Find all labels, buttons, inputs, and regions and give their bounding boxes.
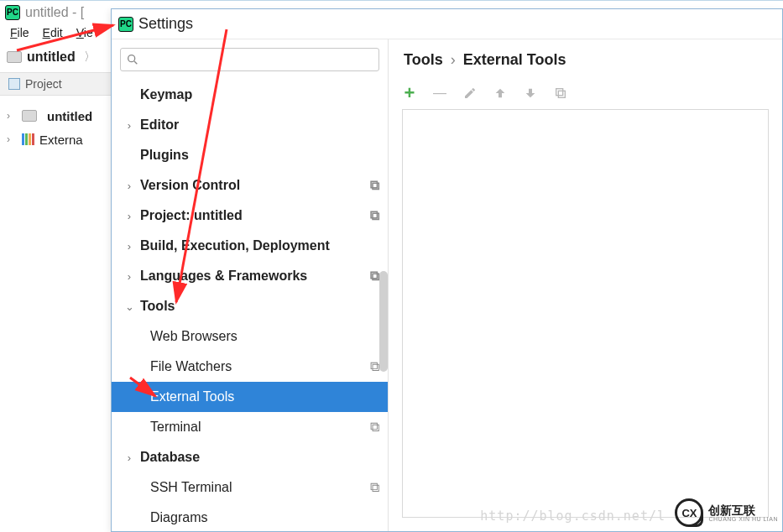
add-button[interactable]: + xyxy=(402,86,417,101)
settings-node-web-browsers[interactable]: Web Browsers xyxy=(112,321,388,352)
settings-node-plugins[interactable]: ›Plugins xyxy=(112,140,388,170)
move-up-button[interactable] xyxy=(493,86,508,101)
external-tools-toolbar: + — xyxy=(389,81,782,109)
folder-icon xyxy=(22,110,37,122)
edit-button[interactable] xyxy=(462,86,478,101)
tree-item-label: untitled xyxy=(47,109,92,123)
search-icon xyxy=(126,53,139,66)
ide-title: untitled - [ xyxy=(25,5,84,20)
folder-icon xyxy=(7,51,22,63)
move-down-button[interactable] xyxy=(523,86,538,101)
settings-node-terminal[interactable]: Terminal⧉ xyxy=(112,412,388,442)
pycharm-icon: PC xyxy=(118,17,133,32)
breadcrumb-root[interactable]: untitled xyxy=(27,50,76,65)
tree-item-label: Externa xyxy=(39,133,83,147)
crumb-root: Tools xyxy=(404,51,443,68)
crumb-leaf: External Tools xyxy=(463,51,566,68)
copy-icon: ⧉ xyxy=(370,269,379,284)
settings-content: Tools › External Tools + — xyxy=(389,39,782,531)
menu-edit[interactable]: Edit xyxy=(38,26,68,39)
settings-node-diagrams[interactable]: Diagrams xyxy=(112,503,388,531)
chevron-down-icon: ⌄ xyxy=(118,300,140,313)
settings-dialog: PC Settings ›Keymap ›Editor ›Plugins ›Ve… xyxy=(111,8,783,532)
settings-node-database[interactable]: ›Database xyxy=(112,442,388,472)
dialog-titlebar[interactable]: PC Settings xyxy=(112,9,782,39)
settings-node-editor[interactable]: ›Editor xyxy=(112,110,388,140)
dialog-title: Settings xyxy=(138,15,193,33)
remove-button[interactable]: — xyxy=(432,86,447,101)
copy-button[interactable] xyxy=(553,86,568,101)
settings-breadcrumb: Tools › External Tools xyxy=(389,39,782,81)
libraries-icon xyxy=(22,133,34,145)
copy-icon: ⧉ xyxy=(370,480,379,495)
project-tab-label: Project xyxy=(25,77,62,91)
watermark-text: http://blog.csdn.net/l xyxy=(480,509,666,524)
copy-icon: ⧉ xyxy=(370,178,379,193)
pycharm-icon: PC xyxy=(5,5,20,20)
chevron-right-icon: › xyxy=(7,133,17,145)
external-tools-list[interactable] xyxy=(402,109,769,518)
svg-rect-2 xyxy=(558,91,565,97)
chevron-right-icon: › xyxy=(451,51,456,68)
settings-node-external-tools[interactable]: External Tools xyxy=(112,382,388,412)
chevron-right-icon: 〉 xyxy=(84,50,96,65)
copy-icon: ⧉ xyxy=(370,420,379,435)
svg-rect-3 xyxy=(556,89,563,96)
brand-logo-icon: CX xyxy=(675,498,703,527)
brand-badge: CX 创新互联 CHUANG XIN HU LIAN xyxy=(675,498,778,527)
menu-file[interactable]: FFileile xyxy=(5,26,34,39)
brand-subtitle: CHUANG XIN HU LIAN xyxy=(708,516,778,522)
settings-node-project[interactable]: ›Project: untitled⧉ xyxy=(112,201,388,231)
settings-node-tools[interactable]: ⌄Tools xyxy=(112,291,388,321)
copy-icon: ⧉ xyxy=(370,359,379,374)
chevron-right-icon: › xyxy=(7,110,17,122)
settings-tree[interactable]: ›Keymap ›Editor ›Plugins ›Version Contro… xyxy=(112,76,388,531)
brand-name: 创新互联 xyxy=(708,504,778,516)
search-input[interactable] xyxy=(120,48,379,71)
menu-view[interactable]: Vie xyxy=(71,26,98,39)
settings-node-keymap[interactable]: ›Keymap xyxy=(112,80,388,110)
settings-node-version-control[interactable]: ›Version Control⧉ xyxy=(112,170,388,201)
project-icon xyxy=(8,78,20,90)
svg-line-1 xyxy=(134,61,137,64)
settings-node-file-watchers[interactable]: File Watchers⧉ xyxy=(112,352,388,382)
copy-icon: ⧉ xyxy=(370,208,379,223)
svg-point-0 xyxy=(128,55,135,62)
settings-node-languages[interactable]: ›Languages & Frameworks⧉ xyxy=(112,261,388,291)
settings-node-build[interactable]: ›Build, Execution, Deployment xyxy=(112,231,388,261)
settings-node-ssh-terminal[interactable]: SSH Terminal⧉ xyxy=(112,472,388,503)
settings-sidebar: ›Keymap ›Editor ›Plugins ›Version Contro… xyxy=(112,39,389,531)
scrollbar[interactable] xyxy=(379,271,388,372)
